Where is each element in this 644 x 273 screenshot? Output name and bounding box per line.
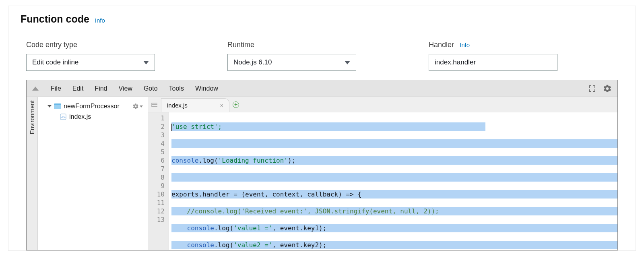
line-gutter: 12345678910111213 [148, 112, 169, 250]
menu-edit[interactable]: Edit [67, 85, 89, 92]
folder-icon [54, 103, 61, 109]
code-token: , event.key2); [272, 241, 326, 249]
environment-label: Environment [29, 100, 35, 134]
code-token: exports.handler = (event, context, callb… [171, 190, 361, 198]
menu-file[interactable]: File [45, 85, 67, 92]
environment-rail[interactable]: Environment [27, 97, 38, 250]
tab-options-icon[interactable] [148, 97, 161, 112]
fullscreen-icon[interactable] [588, 85, 596, 92]
label-handler: Handler Info [429, 41, 618, 49]
caret-down-icon [345, 61, 350, 64]
menu-find[interactable]: Find [89, 85, 113, 92]
menu-window[interactable]: Window [190, 85, 224, 92]
code-token [171, 224, 187, 232]
caret-down-icon [140, 105, 143, 108]
editor-menubar: File Edit Find View Goto Tools Window [27, 80, 617, 97]
tab-title: index.js [167, 102, 188, 109]
code-token [171, 241, 187, 249]
select-runtime[interactable]: Node.js 6.10 [227, 54, 356, 71]
code-token: console [187, 241, 214, 249]
field-runtime: Runtime Node.js 6.10 [227, 41, 417, 71]
input-handler[interactable] [429, 54, 557, 71]
code-lines[interactable]: 'use strict'; console.log('Loading funct… [169, 112, 617, 250]
code-token: console [187, 224, 214, 232]
code-token: 'Loading function' [218, 157, 288, 164]
tree-file[interactable]: <> index.js [38, 112, 148, 122]
select-code-entry-value: Edit code inline [32, 58, 78, 66]
code-token: //console.log('Received event:', JSON.st… [171, 207, 439, 215]
tree-gear-icon[interactable] [132, 103, 143, 110]
tree-folder[interactable]: newFormProcessor [38, 101, 148, 112]
code-token: 'value2 =' [233, 241, 272, 249]
function-code-panel: Function code Info Code entry type Edit … [8, 6, 636, 251]
code-token: 'use strict'; [171, 123, 222, 130]
tab-close-icon[interactable]: × [220, 102, 223, 109]
handler-info-link[interactable]: Info [460, 41, 470, 48]
label-runtime: Runtime [227, 41, 417, 49]
panel-header: Function code Info [8, 6, 636, 30]
config-row: Code entry type Edit code inline Runtime… [8, 30, 636, 80]
code-editor: File Edit Find View Goto Tools Window En… [26, 80, 618, 250]
menu-view[interactable]: View [113, 85, 138, 92]
tab-active[interactable]: index.js × [161, 98, 229, 112]
new-tab-icon[interactable]: + [229, 97, 242, 112]
code-token: ); [288, 157, 295, 164]
js-file-icon: <> [60, 113, 67, 120]
code-token: .log( [198, 157, 218, 164]
folder-name: newFormProcessor [64, 103, 120, 110]
field-code-entry-type: Code entry type Edit code inline [26, 41, 215, 71]
editor-main: index.js × + 12345678910111213 'use stri… [148, 97, 617, 250]
folder-expand-icon [47, 105, 52, 108]
panel-title: Function code [21, 13, 89, 25]
file-tree: newFormProcessor <> index.js [38, 97, 148, 250]
code-token: console [171, 157, 198, 164]
label-code-entry-type: Code entry type [26, 41, 215, 49]
code-token: .log( [214, 224, 233, 232]
tab-bar: index.js × + [148, 97, 617, 112]
code-area[interactable]: 12345678910111213 'use strict'; console.… [148, 112, 617, 250]
settings-gear-icon[interactable] [603, 84, 612, 93]
svg-text:<>: <> [61, 115, 66, 119]
caret-down-icon [143, 61, 149, 64]
info-link[interactable]: Info [95, 17, 105, 24]
select-code-entry-type[interactable]: Edit code inline [26, 54, 155, 71]
select-runtime-value: Node.js 6.10 [233, 58, 272, 66]
field-handler: Handler Info [429, 41, 618, 71]
file-name: index.js [69, 113, 91, 120]
env-collapse-icon[interactable] [32, 87, 39, 91]
code-token: 'value1 =' [233, 224, 272, 232]
menu-tools[interactable]: Tools [163, 85, 190, 92]
label-handler-text: Handler [429, 41, 454, 49]
code-token: .log( [214, 241, 233, 249]
code-token: , event.key1); [272, 224, 326, 232]
editor-body: Environment newFormProcessor <> in [27, 97, 617, 250]
menu-goto[interactable]: Goto [138, 85, 163, 92]
